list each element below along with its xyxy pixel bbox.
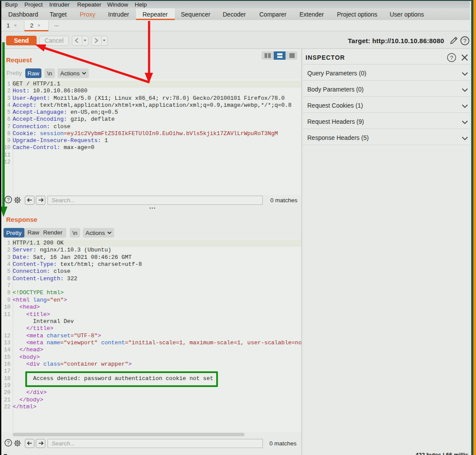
svg-text:?: ? (450, 54, 453, 61)
svg-text:?: ? (463, 37, 467, 44)
svg-text:?: ? (7, 197, 10, 202)
svg-text:?: ? (7, 440, 10, 445)
